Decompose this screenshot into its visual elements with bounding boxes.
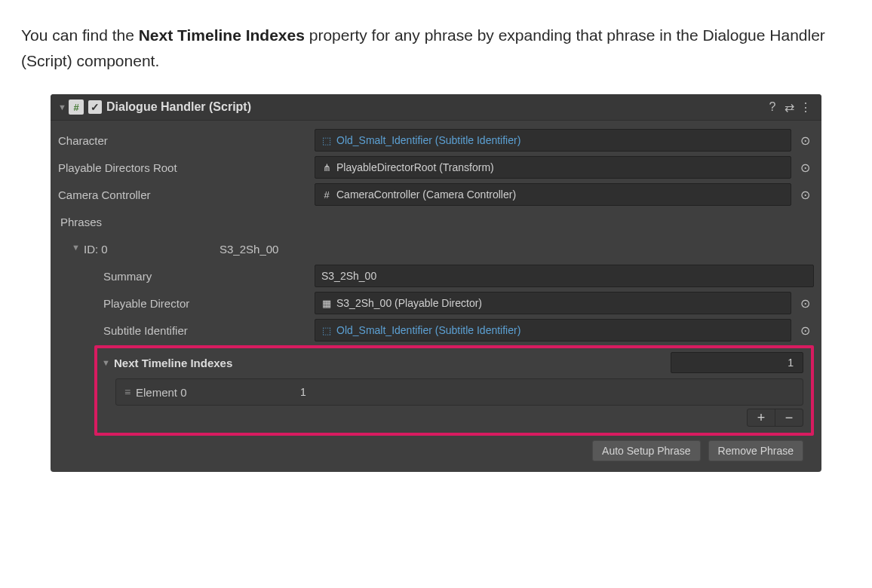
nti-addremove: + − [100,409,803,427]
kebab-icon[interactable]: ⋮ [797,100,814,115]
remove-phrase-button[interactable]: Remove Phrase [708,440,803,461]
cube-icon: ⬚ [320,325,333,336]
drag-handle-icon[interactable]: ≡ [119,386,136,398]
cam-row: Camera Controller # CameraController (Ca… [58,181,814,208]
intro-t1: You can find the [21,26,139,44]
character-field[interactable]: ⬚ Old_Smalt_Identifier (Subtitle Identif… [315,129,791,152]
phrase-id-label: ID: 0 [84,243,197,256]
character-value: Old_Smalt_Identifier (Subtitle Identifie… [336,134,520,146]
pdr-field[interactable]: ⋔ PlayableDirectorRoot (Transform) [315,156,791,179]
summary-label: Summary [58,270,315,283]
nti-header[interactable]: ▼ Next Timeline Indexes 1 [100,350,808,375]
cam-label: Camera Controller [58,188,315,201]
highlight-box: ▼ Next Timeline Indexes 1 ≡ Element 0 1 … [94,345,814,436]
nti-element-label: Element 0 [136,386,294,399]
nti-element-field[interactable]: 1 [294,383,800,401]
director-icon: ▦ [320,298,333,309]
nti-count-value: 1 [788,357,794,369]
component-title: Dialogue Handler (Script) [106,100,764,114]
pdr-label: Playable Directors Root [58,161,315,174]
phrases-row: Phrases [58,208,814,235]
nti-element-value: 1 [300,386,306,398]
add-button[interactable]: + [748,409,775,426]
foldout-icon[interactable]: ▼ [102,358,111,367]
pd-value: S3_2Sh_00 (Playable Director) [336,297,482,309]
intro-bold: Next Timeline Indexes [139,26,305,44]
phrase-id-tag: S3_2Sh_00 [220,243,278,256]
help-icon[interactable]: ? [764,100,781,114]
hash-icon: # [320,189,333,201]
intro-paragraph: You can find the Next Timeline Indexes p… [21,23,851,73]
summary-row: Summary S3_2Sh_00 [58,262,814,289]
nti-title: Next Timeline Indexes [114,357,671,369]
cam-field[interactable]: # CameraController (Camera Controller) [315,183,791,206]
phrase-buttons: Auto Setup Phrase Remove Phrase [58,440,803,461]
character-row: Character ⬚ Old_Smalt_Identifier (Subtit… [58,127,814,154]
component-body: Character ⬚ Old_Smalt_Identifier (Subtit… [51,121,821,467]
pdr-row: Playable Directors Root ⋔ PlayableDirect… [58,154,814,181]
preset-icon[interactable]: ⇄ [781,100,797,115]
enable-checkbox[interactable]: ✓ [88,100,102,114]
foldout-icon[interactable]: ▼ [72,243,81,256]
nti-element-row: ≡ Element 0 1 [115,378,803,406]
transform-icon: ⋔ [320,162,333,173]
si-label: Subtitle Identifier [58,324,315,337]
summary-value: S3_2Sh_00 [321,270,376,282]
object-picker-icon[interactable]: ⊙ [796,130,814,151]
phrase-id-row[interactable]: ▼ ID: 0 S3_2Sh_00 [58,235,814,262]
inspector-component: ▼ # ✓ Dialogue Handler (Script) ? ⇄ ⋮ Ch… [51,94,821,472]
pdr-value: PlayableDirectorRoot (Transform) [336,161,494,173]
nti-count-field[interactable]: 1 [671,352,803,373]
cam-value: CameraController (Camera Controller) [336,188,516,201]
pd-label: Playable Director [58,297,315,310]
character-label: Character [58,134,315,147]
si-value: Old_Smalt_Identifier (Subtitle Identifie… [336,324,520,336]
auto-setup-label: Auto Setup Phrase [602,445,691,457]
object-picker-icon[interactable]: ⊙ [796,184,814,205]
component-header[interactable]: ▼ # ✓ Dialogue Handler (Script) ? ⇄ ⋮ [51,94,821,121]
pd-field[interactable]: ▦ S3_2Sh_00 (Playable Director) [315,292,791,314]
foldout-icon[interactable]: ▼ [58,103,67,112]
remove-button[interactable]: − [775,409,803,426]
script-icon: # [69,100,84,115]
si-row: Subtitle Identifier ⬚ Old_Smalt_Identifi… [58,317,814,344]
object-picker-icon[interactable]: ⊙ [796,292,814,314]
auto-setup-button[interactable]: Auto Setup Phrase [592,440,701,461]
object-picker-icon[interactable]: ⊙ [796,320,814,341]
pd-row: Playable Director ▦ S3_2Sh_00 (Playable … [58,289,814,317]
summary-field[interactable]: S3_2Sh_00 [315,265,814,287]
remove-phrase-label: Remove Phrase [718,445,794,457]
object-picker-icon[interactable]: ⊙ [796,157,814,178]
si-field[interactable]: ⬚ Old_Smalt_Identifier (Subtitle Identif… [315,319,791,341]
phrases-label: Phrases [60,216,317,228]
cube-icon: ⬚ [320,135,333,146]
